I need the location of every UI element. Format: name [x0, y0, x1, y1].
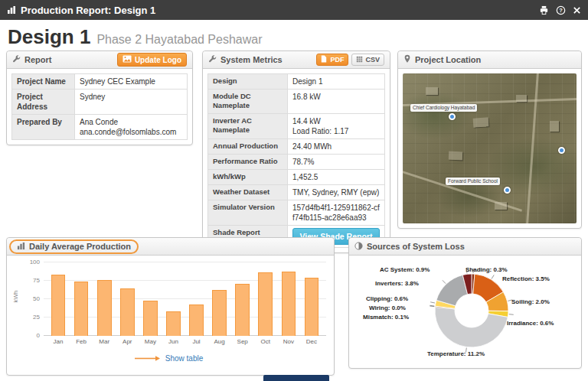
- orange-annotation-circle: Daily Average Production: [9, 239, 139, 254]
- x-tick-label: Jun: [162, 338, 185, 345]
- loss-label-ac-system: AC System: 0.9%: [380, 266, 430, 273]
- x-tick-label: Aug: [208, 338, 231, 345]
- update-logo-button[interactable]: Update Logo: [117, 53, 187, 67]
- titlebar: Production Report: Design 1 ?: [0, 0, 588, 20]
- inverter-nameplate: 14.4 kW: [292, 116, 380, 126]
- bar-oct: [254, 272, 277, 336]
- loss-label-mismatch: Mismatch: 0.1%: [363, 314, 409, 321]
- map-place-label: Chief Cardiology Hayatabad: [410, 104, 477, 112]
- table-row: Annual Production 24.40 MWh: [208, 138, 385, 154]
- table-row: Prepared By Ana Conde ana.conde@folsomla…: [12, 115, 188, 140]
- bar-dec: [300, 278, 323, 336]
- row-value: Design 1: [288, 74, 385, 90]
- map-road: [525, 73, 539, 223]
- bar-apr: [116, 288, 139, 336]
- bar-mar: [93, 280, 116, 336]
- map-marker-icon[interactable]: [449, 113, 456, 120]
- metrics-panel-header: System Metrics PDF CSV: [203, 51, 390, 69]
- table-row: Design Design 1: [208, 74, 385, 90]
- loss-label-temperature: Temperature: 11.2%: [427, 350, 485, 357]
- satellite-map[interactable]: Chief Cardiology Hayatabad Forward Publi…: [403, 73, 577, 223]
- pdf-button[interactable]: PDF: [316, 54, 348, 66]
- x-tick-label: Dec: [300, 338, 323, 345]
- loss-label-soiling: Soiling: 2.0%: [511, 298, 550, 305]
- row-label: Weather Dataset: [208, 184, 288, 200]
- row-value: 24.40 MWh: [288, 138, 385, 154]
- y-tick-label: 75: [33, 277, 40, 284]
- csv-label: CSV: [365, 56, 380, 64]
- row-label: Project Name: [12, 74, 75, 90]
- donut-chart: AC System: 0.9% Shading: 0.3% Reflection…: [349, 256, 581, 370]
- loss-label-shading: Shading: 0.3%: [466, 266, 508, 273]
- map-marker-icon: [403, 54, 411, 65]
- map-marker-icon[interactable]: [504, 187, 511, 194]
- csv-button[interactable]: CSV: [351, 54, 384, 66]
- loss-label-irradiance: Irradiance: 0.6%: [507, 320, 554, 327]
- table-row: Simulator Version 157d4fb4f1-125911862-c…: [208, 200, 385, 225]
- map-marker-icon[interactable]: [558, 147, 565, 154]
- wrench-icon: [12, 55, 21, 65]
- label-connector-line: [443, 280, 446, 283]
- x-tick-label: Jul: [185, 338, 207, 345]
- update-logo-label: Update Logo: [135, 56, 181, 64]
- row-label: Project Address: [12, 90, 75, 115]
- table-row: kWh/kWp 1,452.5: [208, 169, 385, 184]
- row-value: 78.7%: [288, 154, 385, 169]
- location-panel-header: Project Location: [398, 51, 581, 69]
- y-axis-label: kWh: [11, 262, 22, 336]
- loss-label-reflection: Reflection: 3.5%: [502, 275, 550, 282]
- pie-chart-icon: [354, 242, 363, 252]
- grid-icon: [356, 56, 363, 64]
- daily-average-production-panel: Daily Average Production kWh 0255075100 …: [6, 237, 335, 376]
- show-table-link[interactable]: Show table: [165, 354, 203, 363]
- x-tick-label: Apr: [116, 338, 139, 345]
- show-table-row: Show table: [11, 351, 326, 365]
- loss-label-clipping: Clipping: 0.6%: [366, 295, 408, 302]
- row-value: 1,452.5: [288, 169, 385, 184]
- load-ratio: Load Ratio: 1.17: [292, 126, 380, 136]
- wrench-icon: [208, 55, 217, 65]
- report-panel-title: Report: [24, 55, 51, 64]
- row-value: 14.4 kW Load Ratio: 1.17: [288, 113, 385, 138]
- map-building: [473, 117, 489, 127]
- svg-text:?: ?: [559, 7, 563, 14]
- close-icon[interactable]: [573, 6, 581, 15]
- design-name: Design 1: [8, 25, 90, 48]
- report-table: Project Name Sydney CEC Example Project …: [11, 73, 188, 140]
- x-tick-label: Feb: [70, 338, 93, 345]
- row-value: Ana Conde ana.conde@folsomlabs.com: [75, 115, 188, 140]
- label-connector-line: [492, 275, 494, 278]
- help-icon[interactable]: ?: [556, 5, 566, 15]
- footer-accent-bar: [263, 375, 329, 381]
- map-building: [495, 202, 507, 210]
- bar-jul: [185, 304, 207, 336]
- bar-chart-icon: [17, 242, 25, 252]
- y-tick-label: 100: [30, 259, 40, 265]
- bar-aug: [208, 290, 231, 336]
- table-row: Weather Dataset TMY, Sydney, RMY (epw): [208, 184, 385, 200]
- table-row: Inverter AC Nameplate 14.4 kW Load Ratio…: [208, 113, 385, 138]
- print-icon[interactable]: [539, 5, 549, 15]
- metrics-panel-title: System Metrics: [220, 55, 283, 64]
- loss-label-wiring: Wiring: 0.0%: [369, 304, 406, 311]
- x-axis: JanFebMarAprMayJunJulAugSepOctNovDec: [44, 336, 326, 345]
- y-tick-label: 50: [33, 295, 40, 302]
- location-panel-title: Project Location: [415, 55, 481, 64]
- titlebar-actions: ?: [539, 5, 581, 15]
- window-title: Production Report: Design 1: [21, 5, 534, 16]
- production-panel-header: Daily Average Production: [7, 238, 334, 256]
- x-tick-label: Jan: [47, 338, 70, 345]
- row-label: Module DC Nameplate: [208, 90, 288, 114]
- map-building: [550, 121, 559, 132]
- map-building: [516, 95, 527, 102]
- bar-jan: [47, 275, 70, 336]
- row-label: Performance Ratio: [208, 154, 288, 169]
- map-building: [426, 87, 438, 95]
- row-value: TMY, Sydney, RMY (epw): [288, 184, 385, 200]
- loss-slice-inverters: [436, 275, 468, 305]
- row-label: Prepared By: [12, 115, 75, 140]
- x-tick-label: Mar: [93, 338, 116, 345]
- row-label: kWh/kWp: [208, 169, 288, 184]
- report-panel: Report Update Logo Project Name Sydney C…: [6, 50, 193, 145]
- bar-may: [139, 301, 162, 336]
